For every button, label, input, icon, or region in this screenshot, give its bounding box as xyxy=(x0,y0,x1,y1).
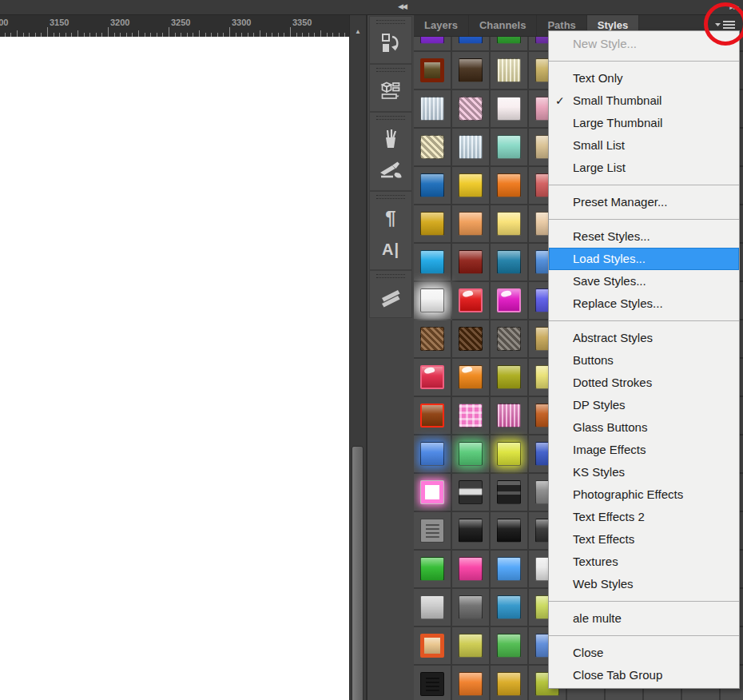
style-thumbnail[interactable] xyxy=(497,135,521,159)
style-thumbnail[interactable] xyxy=(497,58,521,82)
style-thumbnail[interactable] xyxy=(497,327,521,351)
paragraph-icon[interactable]: ¶ xyxy=(372,203,409,233)
menu-item-close[interactable]: Close xyxy=(549,642,739,664)
menu-item-small-thumbnail[interactable]: ✓Small Thumbnail xyxy=(549,89,739,112)
style-thumbnail[interactable] xyxy=(420,365,444,389)
expand-panels-button[interactable]: ◀◀ xyxy=(398,2,406,10)
style-thumbnail[interactable] xyxy=(497,250,521,274)
dock-grip[interactable] xyxy=(376,20,405,24)
style-thumbnail[interactable] xyxy=(459,365,483,389)
style-thumbnail[interactable] xyxy=(459,404,483,428)
style-thumbnail[interactable] xyxy=(459,595,483,619)
style-thumbnail[interactable] xyxy=(459,135,483,159)
menu-item-text-effects[interactable]: Text Effects xyxy=(549,528,739,551)
menu-item-ks-styles[interactable]: KS Styles xyxy=(549,461,739,483)
menu-item-save-styles[interactable]: Save Styles... xyxy=(549,270,739,292)
style-thumbnail[interactable] xyxy=(420,97,444,121)
style-thumbnail[interactable] xyxy=(497,634,521,658)
style-thumbnail[interactable] xyxy=(459,557,483,581)
style-thumbnail[interactable] xyxy=(420,595,444,619)
tab-channels[interactable]: Channels xyxy=(469,14,538,36)
style-thumbnail[interactable] xyxy=(497,288,521,312)
style-thumbnail[interactable] xyxy=(459,442,483,466)
style-thumbnail[interactable] xyxy=(459,37,483,44)
style-thumbnail[interactable] xyxy=(459,173,483,197)
tab-layers[interactable]: Layers xyxy=(414,14,469,36)
menu-item-textures[interactable]: Textures xyxy=(549,551,739,573)
dock-grip[interactable] xyxy=(376,195,405,199)
style-thumbnail[interactable] xyxy=(459,250,483,274)
style-thumbnail[interactable] xyxy=(459,480,483,504)
style-thumbnail[interactable] xyxy=(459,58,483,82)
menu-item-small-list[interactable]: Small List xyxy=(549,134,739,157)
style-thumbnail[interactable] xyxy=(459,212,483,236)
style-thumbnail[interactable] xyxy=(497,480,521,504)
style-thumbnail[interactable] xyxy=(497,557,521,581)
style-thumbnail[interactable] xyxy=(497,212,521,236)
menu-item-image-effects[interactable]: Image Effects xyxy=(549,439,739,461)
style-thumbnail[interactable] xyxy=(459,634,483,658)
scroll-up-button[interactable]: ▲ xyxy=(350,25,366,39)
menu-item-web-styles[interactable]: Web Styles xyxy=(549,573,739,595)
style-thumbnail[interactable] xyxy=(420,37,444,44)
style-thumbnail[interactable] xyxy=(420,557,444,581)
style-thumbnail[interactable] xyxy=(420,634,444,658)
brush-icon[interactable] xyxy=(372,155,409,185)
menu-item-abstract-styles[interactable]: Abstract Styles xyxy=(549,327,739,349)
style-thumbnail[interactable] xyxy=(497,595,521,619)
style-cell xyxy=(491,627,529,666)
style-thumbnail[interactable] xyxy=(420,442,444,466)
style-thumbnail[interactable] xyxy=(497,519,521,543)
menu-item-text-effects-2[interactable]: Text Effects 2 xyxy=(549,506,739,528)
3d-panel-icon[interactable] xyxy=(372,76,409,106)
dock-grip[interactable] xyxy=(376,68,405,72)
style-thumbnail[interactable] xyxy=(420,58,444,82)
style-thumbnail[interactable] xyxy=(420,480,444,504)
menu-item-large-thumbnail[interactable]: Large Thumbnail xyxy=(549,112,739,134)
document-canvas[interactable] xyxy=(0,37,349,700)
style-thumbnail[interactable] xyxy=(497,37,521,44)
menu-item-large-list[interactable]: Large List xyxy=(549,157,739,179)
style-thumbnail[interactable] xyxy=(459,288,483,312)
menu-item-dp-styles[interactable]: DP Styles xyxy=(549,394,739,416)
menu-item-ale-multe[interactable]: ale multe xyxy=(549,607,739,630)
style-thumbnail[interactable] xyxy=(459,672,483,696)
style-thumbnail[interactable] xyxy=(497,173,521,197)
style-thumbnail[interactable] xyxy=(420,173,444,197)
style-thumbnail[interactable] xyxy=(459,519,483,543)
style-thumbnail[interactable] xyxy=(420,327,444,351)
style-thumbnail[interactable] xyxy=(420,519,444,543)
style-thumbnail[interactable] xyxy=(497,97,521,121)
style-thumbnail[interactable] xyxy=(420,212,444,236)
menu-item-preset-manager[interactable]: Preset Manager... xyxy=(549,191,739,213)
style-thumbnail[interactable] xyxy=(497,365,521,389)
canvas-vertical-scrollbar[interactable]: ▲ xyxy=(349,14,366,700)
dock-grip[interactable] xyxy=(376,116,405,120)
diagonal-stripes-icon[interactable] xyxy=(372,282,409,312)
collapse-panels-button[interactable]: ▶▶ xyxy=(729,2,737,10)
menu-item-photographic-effects[interactable]: Photographic Effects xyxy=(549,483,739,506)
style-thumbnail[interactable] xyxy=(497,442,521,466)
clone-source-icon[interactable] xyxy=(372,28,409,58)
style-thumbnail[interactable] xyxy=(497,672,521,696)
dock-grip[interactable] xyxy=(376,274,405,278)
style-thumbnail[interactable] xyxy=(459,97,483,121)
menu-item-glass-buttons[interactable]: Glass Buttons xyxy=(549,416,739,439)
tool-presets-icon[interactable] xyxy=(372,124,409,154)
style-thumbnail[interactable] xyxy=(420,672,444,696)
scrollbar-thumb[interactable] xyxy=(352,446,364,700)
style-thumbnail[interactable] xyxy=(497,404,521,428)
style-thumbnail[interactable] xyxy=(420,250,444,274)
style-thumbnail[interactable] xyxy=(420,135,444,159)
style-thumbnail[interactable] xyxy=(420,404,444,428)
character-icon[interactable]: A| xyxy=(372,234,409,264)
style-thumbnail[interactable] xyxy=(420,288,444,312)
menu-item-buttons[interactable]: Buttons xyxy=(549,349,739,372)
menu-item-load-styles[interactable]: Load Styles... xyxy=(549,248,739,270)
style-thumbnail[interactable] xyxy=(459,327,483,351)
menu-item-close-tab-group[interactable]: Close Tab Group xyxy=(549,664,739,686)
menu-item-reset-styles[interactable]: Reset Styles... xyxy=(549,225,739,248)
menu-item-dotted-strokes[interactable]: Dotted Strokes xyxy=(549,372,739,394)
menu-item-replace-styles[interactable]: Replace Styles... xyxy=(549,292,739,315)
menu-item-text-only[interactable]: Text Only xyxy=(549,67,739,89)
